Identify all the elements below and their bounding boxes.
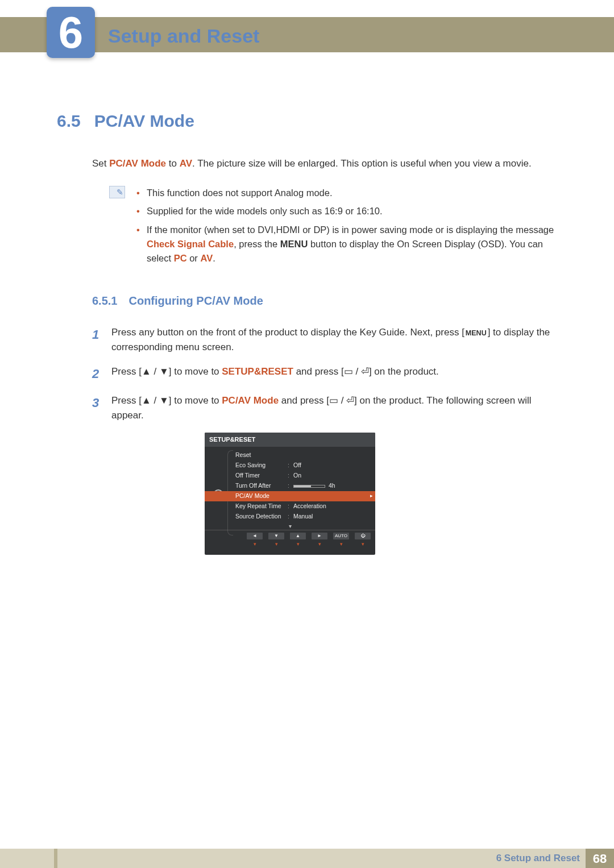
footer-page-number: 68 (586, 849, 614, 868)
text: Set (92, 158, 109, 169)
nav-top: ► (312, 533, 327, 539)
osd-row-offtimer: Off Timer:On (235, 471, 375, 481)
section-number: 6.5 (57, 108, 81, 134)
colon: : (288, 471, 293, 480)
osd-row-sourcedetect: Source Detection:Manual (235, 512, 375, 522)
osd-nav-power: ⏻▾ (355, 533, 371, 549)
step-number: 3 (92, 393, 103, 422)
arrow-keys-icon: ▲ / ▼ (142, 366, 169, 377)
text: , press the (234, 239, 280, 249)
text: to (166, 158, 180, 169)
nav-top: ⏻ (355, 533, 371, 539)
subsection-heading: 6.5.1 Configuring PC/AV Mode (92, 292, 557, 309)
nav-bot: ▾ (247, 541, 263, 549)
highlight: PC (174, 253, 187, 263)
osd-row-label: Key Repeat Time (235, 502, 288, 511)
subsection-title: Configuring PC/AV Mode (128, 292, 263, 309)
osd-row-eco: Eco Saving:Off (235, 460, 375, 471)
section-title: PC/AV Mode (94, 108, 194, 134)
osd-title: SETUP&RESET (205, 433, 375, 447)
page-content: 6.5 PC/AV Mode Set PC/AV Mode to AV. The… (57, 108, 557, 555)
osd-slider-value: 4h (329, 482, 335, 489)
text: . The picture size will be enlarged. Thi… (192, 158, 532, 169)
osd-nav-down: ▼▾ (268, 533, 284, 549)
nav-bot: ▾ (355, 541, 371, 549)
page-footer: 6 Setup and Reset 68 (0, 849, 614, 868)
step-body: Press [▲ / ▼] to move to PC/AV Mode and … (111, 393, 557, 422)
bold: MENU (280, 239, 308, 249)
nav-bot: ▾ (268, 541, 284, 549)
slider-icon (293, 485, 325, 488)
chapter-title: Setup and Reset (108, 22, 259, 51)
note-block: This function does not support Analog mo… (109, 186, 557, 270)
colon: : (288, 481, 293, 491)
text: Press any button on the front of the pro… (111, 327, 464, 338)
osd-row-label: Eco Saving (235, 461, 288, 470)
osd-panel: SETUP&RESET Reset Eco Saving:Off Off Tim… (205, 433, 375, 555)
osd-row-value: On (293, 471, 370, 480)
step: 3 Press [▲ / ▼] to move to PC/AV Mode an… (92, 393, 557, 422)
osd-nav-right: ►▾ (312, 533, 327, 549)
steps-list: 1 Press any button on the front of the p… (92, 325, 557, 422)
arrow-keys-icon: ▲ / ▼ (142, 395, 169, 406)
step: 1 Press any button on the front of the p… (92, 325, 557, 354)
highlight: AV (200, 253, 213, 263)
osd-row-label: PC/AV Mode (235, 492, 288, 501)
osd-body: Reset Eco Saving:Off Off Timer:On Turn O… (205, 447, 375, 555)
osd-nav-left: ◄▾ (247, 533, 263, 549)
osd-row-value: Acceleration (293, 502, 370, 511)
footer-accent (54, 849, 57, 868)
nav-top: ▲ (290, 533, 306, 539)
text: If the monitor (when set to DVI,HDMI or … (147, 225, 554, 235)
text: ] on the product. (369, 366, 439, 377)
highlight: SETUP&RESET (222, 366, 293, 377)
osd-row-keyrepeat: Key Repeat Time:Acceleration (235, 501, 375, 512)
note-list: This function does not support Analog mo… (136, 186, 557, 270)
text: ] to move to (169, 395, 222, 406)
highlight: Check Signal Cable (147, 239, 234, 249)
osd-row-pcav-selected: PC/AV Mode (205, 491, 375, 501)
nav-top: AUTO (333, 533, 349, 539)
note-item: If the monitor (when set to DVI,HDMI or … (136, 223, 557, 265)
step-body: Press [▲ / ▼] to move to SETUP&RESET and… (111, 364, 557, 383)
colon: : (288, 461, 293, 470)
osd-row-value: Manual (293, 512, 370, 521)
note-icon (109, 186, 125, 198)
osd-rows: Reset Eco Saving:Off Off Timer:On Turn O… (235, 450, 375, 522)
text: Press [ (111, 395, 142, 406)
osd-row-turnoff: Turn Off After:4h (235, 481, 375, 491)
nav-top: ◄ (247, 533, 263, 539)
nav-bot: ▾ (333, 541, 349, 549)
osd-row-label: Turn Off After (235, 481, 288, 491)
highlight: PC/AV Mode (222, 395, 279, 406)
text: and press [ (293, 366, 344, 377)
enter-keys-icon: ▭ / ⏎ (329, 395, 354, 406)
subsection-number: 6.5.1 (92, 292, 117, 309)
note-item: This function does not support Analog mo… (136, 186, 557, 200)
colon: : (288, 502, 293, 511)
osd-row-label: Off Timer (235, 471, 288, 480)
text: . (213, 253, 215, 263)
highlight: AV (180, 158, 192, 169)
step-body: Press any button on the front of the pro… (111, 325, 557, 354)
osd-nav-auto: AUTO▾ (333, 533, 349, 549)
chapter-badge: 6 (47, 7, 95, 58)
enter-keys-icon: ▭ / ⏎ (344, 366, 369, 377)
osd-row-value: 4h (293, 481, 370, 491)
step-number: 1 (92, 325, 103, 354)
osd-screenshot: SETUP&RESET Reset Eco Saving:Off Off Tim… (205, 433, 557, 555)
osd-row-value: Off (293, 461, 370, 470)
step-number: 2 (92, 364, 103, 383)
osd-row-label: Source Detection (235, 512, 288, 521)
section-heading: 6.5 PC/AV Mode (57, 108, 557, 134)
highlight: PC/AV Mode (109, 158, 166, 169)
osd-nav-up: ▲▾ (290, 533, 306, 549)
step: 2 Press [▲ / ▼] to move to SETUP&RESET a… (92, 364, 557, 383)
osd-row-label: Reset (235, 451, 288, 460)
text: Press [ (111, 366, 142, 377)
colon: : (288, 512, 293, 521)
section-intro: Set PC/AV Mode to AV. The picture size w… (92, 156, 557, 171)
text: or (187, 253, 201, 263)
footer-chapter-label: 6 Setup and Reset (496, 851, 580, 866)
osd-row-reset: Reset (235, 450, 375, 460)
